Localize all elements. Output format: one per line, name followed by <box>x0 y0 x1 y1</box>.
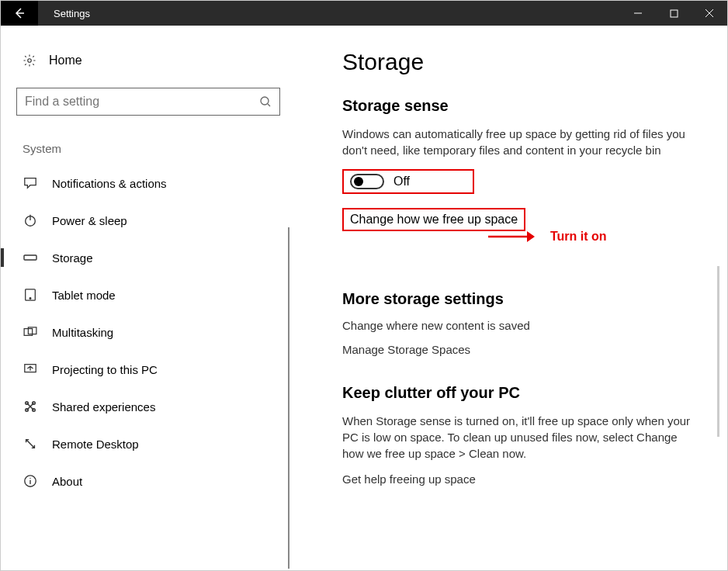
sidebar-item-label: Shared experiences <box>52 400 155 414</box>
shared-icon <box>23 399 38 414</box>
remote-icon <box>23 436 38 452</box>
sidebar-item-label: Storage <box>52 251 93 265</box>
back-arrow-icon <box>13 7 26 19</box>
maximize-button[interactable] <box>656 1 692 26</box>
change-free-up-link[interactable]: Change how we free up space <box>342 208 525 231</box>
sidebar-list: Notifications & actions Power & sleep St… <box>16 164 288 500</box>
close-button[interactable] <box>692 1 727 26</box>
sidebar-item-about[interactable]: About <box>16 462 288 500</box>
sidebar: Home System Notifications & actions <box>1 26 303 570</box>
tablet-icon <box>23 287 38 303</box>
section-keep-clutter: Keep clutter off your PC When Storage se… <box>342 384 712 486</box>
section-heading: More storage settings <box>342 290 712 308</box>
section-heading: Storage sense <box>342 97 712 115</box>
sidebar-item-label: Tablet mode <box>52 289 116 302</box>
multitask-icon <box>23 324 38 340</box>
section-storage-sense: Storage sense Windows can automatically … <box>342 97 712 262</box>
svg-rect-0 <box>671 10 678 17</box>
sidebar-group-label: System <box>16 139 288 158</box>
sidebar-item-label: Notifications & actions <box>52 177 167 190</box>
sidebar-item-tablet[interactable]: Tablet mode <box>16 276 288 313</box>
section-heading: Keep clutter off your PC <box>342 384 712 402</box>
scrollbar[interactable] <box>717 266 719 437</box>
divider <box>288 227 289 569</box>
minimize-icon <box>633 9 643 18</box>
window-title: Settings <box>38 8 620 19</box>
change-content-saved-link[interactable]: Change where new content is saved <box>342 319 712 332</box>
svg-rect-4 <box>24 255 36 260</box>
section-more-settings: More storage settings Change where new c… <box>342 290 712 356</box>
section-description: When Storage sense is turned on, it'll f… <box>342 413 699 462</box>
annotation-text: Turn it on <box>550 230 607 244</box>
storage-sense-toggle[interactable] <box>350 174 384 189</box>
svg-point-6 <box>29 298 31 299</box>
titlebar: Settings <box>1 1 727 26</box>
annotation-turn-on: Turn it on <box>487 230 607 244</box>
get-help-link[interactable]: Get help freeing up space <box>342 472 712 486</box>
main-panel: Storage Storage sense Windows can automa… <box>303 26 727 570</box>
search-icon <box>259 95 272 108</box>
home-label: Home <box>49 54 82 67</box>
toggle-label: Off <box>393 175 410 189</box>
about-icon <box>23 473 38 489</box>
sidebar-item-power[interactable]: Power & sleep <box>16 202 288 239</box>
arrow-icon <box>487 230 541 244</box>
sidebar-item-label: Remote Desktop <box>52 438 139 451</box>
comment-icon <box>23 175 38 191</box>
sidebar-item-storage[interactable]: Storage <box>16 239 288 276</box>
storage-icon <box>23 250 38 265</box>
storage-sense-toggle-row: Off <box>342 169 474 194</box>
svg-point-2 <box>261 97 269 105</box>
page-title: Storage <box>342 49 712 75</box>
gear-icon <box>23 54 36 67</box>
back-button[interactable] <box>1 1 38 26</box>
toggle-knob <box>354 177 363 186</box>
maximize-icon <box>670 9 678 18</box>
sidebar-item-remote[interactable]: Remote Desktop <box>16 425 288 462</box>
search-input[interactable] <box>25 95 259 109</box>
sidebar-item-shared[interactable]: Shared experiences <box>16 388 288 425</box>
link-label: Change how we free up space <box>350 213 518 226</box>
home-link[interactable]: Home <box>16 49 288 72</box>
sidebar-item-projecting[interactable]: Projecting to this PC <box>16 351 288 388</box>
power-icon <box>23 213 38 228</box>
sidebar-item-label: About <box>52 475 82 488</box>
sidebar-item-label: Projecting to this PC <box>52 363 158 376</box>
close-icon <box>705 9 714 18</box>
sidebar-item-notifications[interactable]: Notifications & actions <box>16 164 288 202</box>
section-description: Windows can automatically free up space … <box>342 126 699 158</box>
sidebar-item-label: Power & sleep <box>52 214 127 227</box>
project-icon <box>23 362 38 377</box>
sidebar-item-label: Multitasking <box>52 326 113 339</box>
manage-storage-link[interactable]: Manage Storage Spaces <box>342 343 712 356</box>
svg-point-1 <box>28 59 32 63</box>
search-box[interactable] <box>16 88 280 116</box>
sidebar-item-multitasking[interactable]: Multitasking <box>16 313 288 351</box>
minimize-button[interactable] <box>620 1 656 26</box>
